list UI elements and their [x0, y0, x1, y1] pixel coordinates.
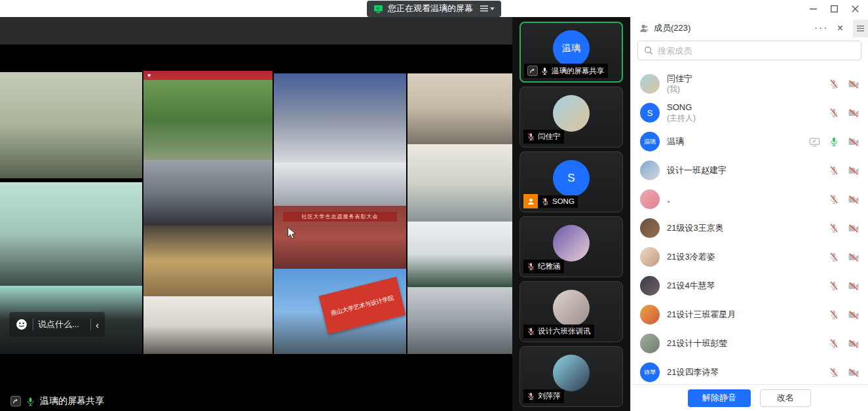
member-status-icons — [829, 252, 859, 262]
member-status-icons — [829, 367, 859, 378]
member-info: 21设计十班彭莹 — [667, 338, 821, 349]
camera-off-icon[interactable] — [848, 310, 859, 320]
camera-off-icon[interactable] — [848, 137, 859, 147]
member-list: 闫佳宁(我)SSONG(主持人)温璃温璃设计一班赵建宇。21级设3王京奥21设3… — [631, 69, 868, 384]
mic-muted-icon[interactable] — [829, 194, 839, 205]
minimize-button[interactable] — [802, 1, 823, 16]
camera-off-icon[interactable] — [848, 224, 859, 233]
avatar — [640, 74, 660, 94]
unmute-button[interactable]: 解除静音 — [688, 389, 751, 407]
avatar — [640, 247, 660, 267]
member-row[interactable]: 设计一班赵建宇 — [631, 156, 868, 185]
chat-quick-input[interactable]: 说点什么... ‹ — [9, 312, 105, 337]
avatar: 温璃 — [553, 30, 590, 67]
mic-muted-icon[interactable] — [829, 108, 839, 118]
video-thumbnail[interactable]: 刘萍萍 — [519, 346, 623, 407]
member-status-icons — [829, 108, 859, 118]
member-row[interactable]: 温璃温璃 — [631, 127, 868, 156]
member-name: 21级设3王京奥 — [667, 223, 821, 234]
participant-name: 闫佳宁 — [538, 132, 561, 142]
camera-off-icon[interactable] — [848, 281, 859, 291]
avatar — [553, 225, 590, 262]
panel-menu-button[interactable] — [853, 20, 868, 37]
mic-muted-icon[interactable] — [829, 165, 839, 176]
member-info: 21设3冷若姿 — [667, 252, 821, 263]
banner-menu-icon[interactable] — [480, 5, 495, 12]
photo-trees-group-banner — [143, 80, 273, 160]
photo-lecture-hall-desks — [143, 225, 273, 296]
member-panel: 成员(223) ··· × 闫佳宁(我)SSONG(主持人)温璃温璃设计一班赵建… — [630, 17, 868, 411]
mic-muted-icon[interactable] — [829, 367, 839, 378]
member-status-icons — [829, 338, 859, 349]
collapse-chat-icon[interactable]: ‹ — [96, 320, 99, 330]
rename-button[interactable]: 改名 — [760, 389, 811, 407]
camera-off-icon[interactable] — [848, 195, 859, 205]
member-info: 温璃 — [667, 136, 802, 147]
video-thumbnail[interactable]: SSONG — [519, 151, 623, 212]
avatar — [553, 355, 590, 391]
member-row[interactable]: 诗琴21设四李诗琴 — [631, 358, 868, 384]
watching-banner[interactable]: 您正在观看温璃的屏幕 — [367, 1, 501, 17]
member-name: 21设四李诗琴 — [667, 367, 821, 378]
video-thumbnail[interactable]: 温璃温璃的屏幕共享 — [519, 22, 623, 83]
member-search[interactable] — [637, 41, 861, 60]
mic-muted-icon — [527, 132, 535, 141]
mic-muted-icon[interactable] — [829, 252, 839, 262]
ceremony-banner-text: 社区大学生志愿服务表彰大会 — [283, 212, 397, 222]
member-row[interactable]: 21设3冷若姿 — [631, 243, 868, 271]
camera-off-icon[interactable] — [848, 79, 859, 89]
camera-off-icon[interactable] — [848, 339, 859, 349]
member-row[interactable]: 闫佳宁(我) — [631, 69, 868, 98]
camera-off-icon[interactable] — [848, 108, 859, 118]
maximize-button[interactable] — [823, 1, 844, 16]
mic-muted-icon[interactable] — [829, 309, 839, 320]
member-name: 闫佳宁 — [667, 73, 821, 85]
member-row[interactable]: SSONG(主持人) — [631, 98, 868, 127]
member-row[interactable]: 21级设3王京奥 — [631, 214, 868, 243]
close-button[interactable] — [844, 1, 865, 16]
avatar — [553, 95, 590, 132]
avatar: 诗琴 — [640, 362, 660, 382]
video-thumbnail[interactable]: 纪雅涵 — [519, 216, 623, 277]
mic-on-icon[interactable] — [829, 136, 839, 147]
member-status-icons — [829, 165, 859, 176]
window-controls — [802, 0, 865, 17]
search-input[interactable] — [658, 46, 855, 56]
camera-off-icon[interactable] — [848, 252, 859, 262]
mic-muted-icon[interactable] — [829, 79, 839, 89]
photo-white-hall-crowd — [143, 296, 273, 354]
camera-off-icon[interactable] — [848, 368, 859, 378]
panel-more-button[interactable]: ··· — [814, 23, 829, 33]
member-row[interactable]: 21设计三班霍星月 — [631, 300, 868, 329]
mic-muted-icon[interactable] — [829, 338, 839, 349]
chat-placeholder[interactable]: 说点什么... — [38, 319, 86, 330]
screen-share-stage: ♥社区大学生志愿服务表彰大会燕山大学艺术与设计学院 说点什么... ‹ 温璃的屏… — [0, 17, 512, 411]
share-source-text: 温璃的屏幕共享 — [40, 395, 104, 407]
member-info: 设计一班赵建宇 — [667, 165, 821, 176]
sharing-screen-icon — [809, 137, 820, 147]
member-role-label: (我) — [667, 85, 821, 95]
mic-muted-icon — [541, 197, 550, 206]
divider — [33, 319, 33, 330]
avatar — [640, 305, 660, 324]
mic-on-icon — [540, 67, 549, 75]
mic-muted-icon[interactable] — [829, 281, 839, 291]
mic-muted-icon — [527, 392, 535, 401]
member-row[interactable]: 。 — [631, 185, 868, 214]
member-status-icons — [829, 309, 859, 320]
mic-muted-icon[interactable] — [829, 223, 839, 233]
video-thumbnail[interactable]: 闫佳宁 — [519, 87, 623, 147]
photo-award-group-hall — [274, 73, 406, 163]
photo-award-ceremony-room: 社区大学生志愿服务表彰大会 — [274, 206, 406, 269]
avatar: 温璃 — [640, 132, 660, 151]
member-row[interactable]: 21设计十班彭莹 — [631, 329, 868, 358]
member-row[interactable]: 21设4牛慧琴 — [631, 271, 868, 300]
video-thumbnail[interactable]: 设计六班张训讯 — [519, 281, 623, 342]
camera-off-icon[interactable] — [848, 166, 859, 176]
panel-close-button[interactable]: × — [837, 23, 843, 33]
photo-auditorium-ceiling — [143, 160, 273, 225]
avatar: S — [640, 103, 660, 123]
emoji-icon[interactable] — [15, 318, 28, 331]
photo-locker-room — [407, 73, 512, 144]
member-panel-title: 成员(223) — [654, 22, 810, 34]
